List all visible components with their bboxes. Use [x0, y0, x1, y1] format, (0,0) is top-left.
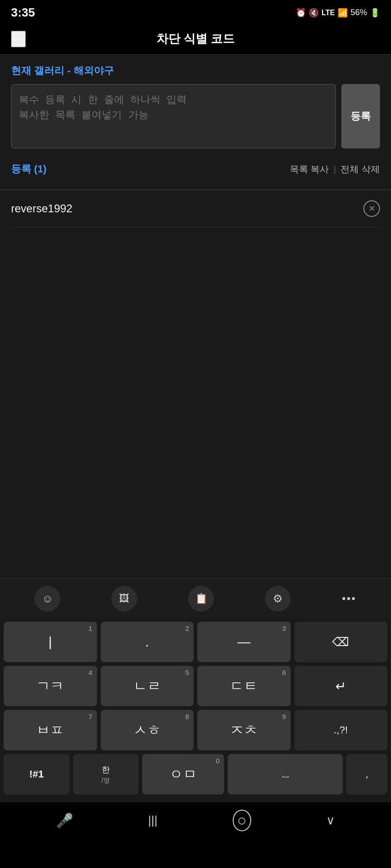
page-title: 차단 식별 코드 [156, 31, 235, 47]
status-icons: ⏰ 🔇 LTE 📶 56% 🔋 [296, 8, 380, 18]
copy-list-button[interactable]: 목록 복사 [290, 163, 329, 176]
nav-button[interactable]: ||| [148, 813, 157, 828]
register-button[interactable]: 등록 [341, 84, 380, 148]
key-dot[interactable]: 2 . [101, 622, 194, 662]
list-area: reverse1992 ✕ [0, 190, 391, 319]
gear-icon: ⚙ [273, 592, 283, 605]
battery-text: 56% [351, 8, 367, 17]
more-options-button[interactable]: ••• [342, 592, 356, 605]
alarm-icon: ⏰ [296, 8, 306, 18]
keyboard-row-1: 1 | 2 . 3 — ⌫ [4, 622, 387, 662]
bottom-navigation: 🎤 ||| ○ ∨ [0, 802, 391, 840]
key-comma[interactable]: , [346, 754, 387, 794]
keyboard-toolbar: ☺ 🖼 📋 ⚙ ••• [0, 578, 391, 619]
keyboard: 1 | 2 . 3 — ⌫ 4 ㄱㅋ 5 ㄴㄹ [0, 619, 391, 802]
backspace-icon: ⌫ [332, 635, 349, 649]
key-nr[interactable]: 5 ㄴㄹ [101, 666, 194, 706]
input-row: 등록 [11, 84, 380, 148]
key-om[interactable]: 0 ㅇㅁ [142, 754, 224, 794]
key-bp[interactable]: 7 ㅂㅍ [4, 710, 97, 750]
gallery-link[interactable]: 해외야구 [74, 65, 114, 76]
back-nav-button[interactable]: ∨ [326, 813, 335, 828]
lte-icon: LTE [322, 9, 335, 17]
settings-button[interactable]: ⚙ [265, 586, 291, 612]
status-bar: 3:35 ⏰ 🔇 LTE 📶 56% 🔋 [0, 0, 391, 23]
action-divider: | [331, 164, 339, 175]
emoji-icon: ☺ [42, 592, 53, 605]
key-space[interactable]: ⎵ [228, 754, 343, 794]
spacer [0, 319, 391, 578]
image-button[interactable]: 🖼 [111, 586, 137, 612]
key-enter[interactable]: ↵ [294, 666, 388, 706]
mic-button[interactable]: 🎤 [56, 812, 73, 828]
key-sh[interactable]: 8 ㅅㅎ [101, 710, 194, 750]
space-icon: ⎵ [282, 768, 288, 780]
clipboard-button[interactable]: 📋 [188, 586, 214, 612]
content-area: 현재 갤러리 - 해외야구 등록 등록 (1) 목록 복사 | 전체 삭제 [0, 55, 391, 190]
list-item: reverse1992 ✕ [11, 190, 380, 227]
image-icon: 🖼 [119, 593, 129, 605]
back-button[interactable]: ← [11, 31, 26, 47]
remove-item-button[interactable]: ✕ [363, 200, 380, 217]
key-jc[interactable]: 9 ㅈㅊ [197, 710, 291, 750]
key-dt[interactable]: 6 ㄷㅌ [197, 666, 291, 706]
keyboard-row-3: 7 ㅂㅍ 8 ㅅㅎ 9 ㅈㅊ .,?! [4, 710, 387, 750]
keyboard-row-4: !#1 한/영 0 ㅇㅁ ⎵ , [4, 754, 387, 794]
home-button[interactable]: ○ [233, 810, 252, 831]
battery-icon: 🔋 [370, 8, 380, 18]
code-input[interactable] [11, 84, 336, 148]
key-backspace[interactable]: ⌫ [294, 622, 388, 662]
key-punctuation[interactable]: .,?! [294, 710, 388, 750]
keyboard-row-2: 4 ㄱㅋ 5 ㄴㄹ 6 ㄷㅌ ↵ [4, 666, 387, 706]
key-number-mode[interactable]: !#1 [4, 754, 69, 794]
mute-icon: 🔇 [309, 8, 319, 18]
signal-icon: 📶 [338, 8, 348, 18]
list-actions: 목록 복사 | 전체 삭제 [290, 163, 380, 176]
key-pipe[interactable]: 1 | [4, 622, 97, 662]
list-item-text: reverse1992 [11, 202, 72, 215]
enter-icon: ↵ [335, 679, 346, 694]
key-gk[interactable]: 4 ㄱㅋ [4, 666, 97, 706]
emoji-button[interactable]: ☺ [34, 586, 60, 612]
list-count: 등록 (1) [11, 162, 46, 176]
key-lang-switch[interactable]: 한/영 [73, 754, 139, 794]
key-dash[interactable]: 3 — [197, 622, 291, 662]
list-header: 등록 (1) 목록 복사 | 전체 삭제 [11, 158, 380, 181]
status-time: 3:35 [11, 6, 35, 20]
gallery-label: 현재 갤러리 - 해외야구 [11, 64, 380, 78]
clipboard-icon: 📋 [195, 593, 207, 605]
header: ← 차단 식별 코드 [0, 23, 391, 55]
delete-all-button[interactable]: 전체 삭제 [340, 163, 380, 176]
